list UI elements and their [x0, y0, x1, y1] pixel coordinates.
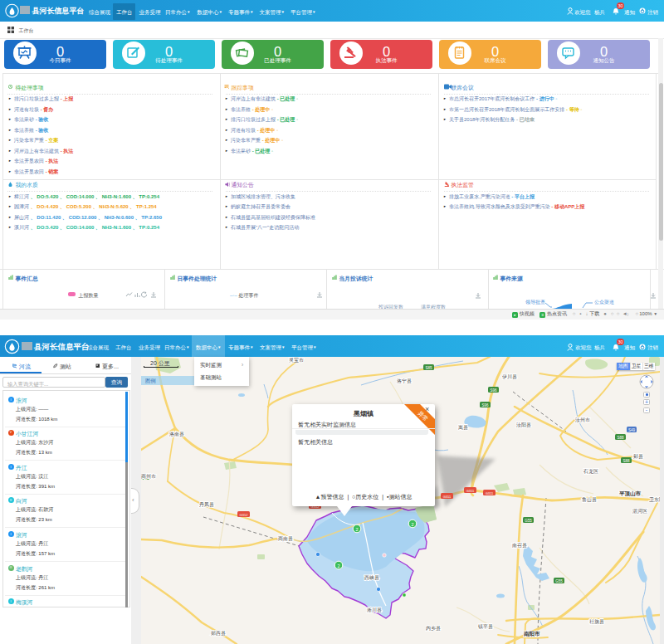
svg-text:汝阳县: 汝阳县 — [516, 422, 531, 428]
svg-text:汝州市: 汝州市 — [575, 417, 590, 422]
svg-text:S88: S88 — [622, 459, 630, 463]
svg-text:G311: G311 — [443, 495, 452, 499]
svg-text:2: 2 — [337, 564, 339, 568]
svg-text:S88: S88 — [617, 436, 624, 440]
svg-text:内乡县: 内乡县 — [426, 626, 441, 631]
svg-text:镇平县: 镇平县 — [477, 623, 493, 629]
svg-text:平顶山市: 平顶山市 — [619, 490, 642, 497]
svg-text:G55: G55 — [555, 579, 563, 583]
svg-text:G311: G311 — [466, 489, 475, 493]
svg-text:嵩县: 嵩县 — [458, 425, 468, 430]
svg-text:南阳市: 南阳市 — [523, 631, 540, 637]
svg-text:石龙区: 石龙区 — [583, 468, 598, 475]
svg-text:洛宁县: 洛宁县 — [397, 378, 412, 384]
svg-text:S85: S85 — [425, 366, 432, 370]
svg-text:洛南县: 洛南县 — [169, 432, 184, 437]
svg-text:商州市: 商州市 — [141, 473, 156, 479]
svg-text:湛河区: 湛河区 — [632, 508, 647, 514]
svg-text:淅川县: 淅川县 — [367, 607, 382, 612]
svg-text:郏县: 郏县 — [633, 454, 643, 459]
svg-text:南召县: 南召县 — [512, 543, 527, 549]
svg-text:卫东区: 卫东区 — [649, 496, 660, 502]
svg-text:G312: G312 — [240, 513, 249, 517]
svg-text:商南县: 商南县 — [278, 535, 293, 541]
svg-text:S49: S49 — [628, 428, 636, 432]
svg-text:社旗县: 社旗县 — [589, 619, 604, 624]
svg-text:伊川县: 伊川县 — [502, 374, 517, 379]
svg-text:S96: S96 — [490, 388, 497, 393]
svg-text:G311: G311 — [486, 491, 494, 495]
svg-text:S96: S96 — [481, 403, 489, 407]
svg-text:西峡县: 西峡县 — [364, 575, 379, 581]
svg-text:鲁山县: 鲁山县 — [582, 496, 597, 503]
svg-text:灵宝市: 灵宝市 — [289, 357, 304, 363]
svg-text:丹凤县: 丹凤县 — [199, 502, 214, 507]
svg-text:G55: G55 — [525, 519, 532, 523]
svg-text:2: 2 — [355, 527, 358, 532]
svg-text:郧西县: 郧西县 — [211, 631, 226, 637]
svg-text:2: 2 — [411, 522, 413, 527]
